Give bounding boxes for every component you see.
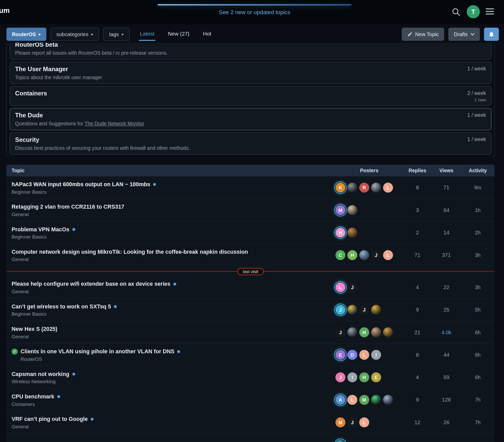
- topic-title[interactable]: Capsman not working: [12, 371, 69, 377]
- tags-dropdown[interactable]: tags ▸: [103, 28, 130, 41]
- poster-avatar[interactable]: L: [383, 250, 393, 260]
- topic-title[interactable]: Problema VPN MacOs: [12, 226, 69, 233]
- poster-avatar[interactable]: [371, 305, 381, 315]
- subcategory-description-link[interactable]: The Dude Network Monitor: [85, 121, 144, 126]
- poster-avatar[interactable]: L: [336, 282, 346, 292]
- poster-avatar[interactable]: [347, 205, 357, 215]
- poster-avatar[interactable]: H: [336, 228, 346, 238]
- unread-indicator[interactable]: [57, 395, 60, 398]
- poster-avatar[interactable]: C: [336, 250, 346, 260]
- unread-indicator[interactable]: [72, 373, 75, 375]
- topic-title[interactable]: CPU benchmark: [12, 393, 54, 400]
- poster-avatar[interactable]: J: [336, 372, 346, 382]
- poster-avatar[interactable]: K: [336, 183, 346, 193]
- subcategory-title[interactable]: RouterOS beta: [15, 43, 168, 49]
- tab-hot[interactable]: Hot: [202, 28, 212, 41]
- poster-avatar[interactable]: H: [359, 372, 369, 382]
- new-topics-banner-link[interactable]: See 2 new or updated topics: [158, 9, 352, 16]
- poster-avatar[interactable]: M: [336, 417, 346, 427]
- poster-avatar[interactable]: L: [359, 417, 369, 427]
- poster-avatar[interactable]: D: [347, 350, 357, 360]
- subcategory-title[interactable]: The User Manager: [15, 65, 102, 73]
- user-avatar[interactable]: T: [467, 5, 480, 18]
- poster-avatar[interactable]: E: [371, 372, 381, 382]
- category-dropdown[interactable]: RouterOS ▸: [6, 28, 46, 41]
- poster-avatar[interactable]: J: [336, 327, 346, 337]
- topic-category[interactable]: General: [12, 211, 329, 217]
- topic-category[interactable]: General: [12, 289, 329, 294]
- poster-avatar[interactable]: [371, 183, 381, 193]
- poster-avatar[interactable]: J: [371, 250, 381, 260]
- hamburger-menu-icon[interactable]: [486, 8, 494, 14]
- topic-title[interactable]: Computer network design using MikroTik: …: [12, 248, 248, 255]
- header-replies[interactable]: Replies: [403, 168, 432, 173]
- poster-avatar[interactable]: H: [347, 250, 357, 260]
- topic-category[interactable]: Beginner Basics: [12, 311, 329, 316]
- topic-category[interactable]: Wireless Networking: [12, 379, 329, 384]
- drafts-button[interactable]: Drafts: [449, 28, 480, 41]
- subcategory-title[interactable]: The Dude: [15, 111, 144, 119]
- topic-title[interactable]: Can’t get wireless to work on SXTsq 5: [12, 303, 111, 310]
- subcategory-card[interactable]: SecurityDiscuss best practices of securi…: [10, 133, 491, 155]
- subcategories-dropdown[interactable]: subcategories ▸: [51, 28, 99, 41]
- poster-avatar[interactable]: L: [383, 183, 393, 193]
- topic-title[interactable]: hAPac3 WAN input 600mbs output on LAN ~ …: [12, 181, 150, 187]
- subcategory-title[interactable]: Security: [15, 136, 190, 144]
- poster-avatar[interactable]: J: [359, 305, 369, 315]
- poster-avatar[interactable]: [347, 228, 357, 238]
- unread-indicator[interactable]: [72, 228, 75, 231]
- poster-avatar[interactable]: [383, 327, 393, 337]
- unread-indicator[interactable]: [177, 350, 180, 353]
- poster-avatar[interactable]: J: [347, 417, 357, 427]
- poster-avatar[interactable]: A: [336, 395, 346, 405]
- topic-title[interactable]: New Hex S (2025): [12, 325, 57, 332]
- tab-new-27[interactable]: New (27): [167, 28, 190, 41]
- poster-avatar[interactable]: [359, 250, 369, 260]
- poster-avatar[interactable]: M: [336, 205, 346, 215]
- topic-category[interactable]: General: [12, 256, 329, 262]
- search-icon[interactable]: [452, 7, 461, 17]
- poster-avatar[interactable]: E: [336, 350, 346, 360]
- topic-category[interactable]: Containers: [12, 401, 329, 407]
- unread-indicator[interactable]: [114, 305, 117, 308]
- unread-indicator[interactable]: [153, 183, 156, 186]
- topic-title[interactable]: Please help configure wifi extender base…: [12, 281, 170, 287]
- poster-avatar[interactable]: I: [347, 372, 357, 382]
- poster-avatar[interactable]: M: [359, 395, 369, 405]
- topic-title[interactable]: VRF can’t ping out to Google: [12, 416, 88, 422]
- tab-latest[interactable]: Latest: [139, 28, 156, 41]
- unread-indicator[interactable]: [91, 418, 93, 420]
- topic-category[interactable]: General: [12, 424, 329, 429]
- new-topic-button[interactable]: New Topic: [402, 28, 444, 41]
- subcategory-card[interactable]: Containers2 / week1 new: [10, 86, 491, 106]
- topic-category[interactable]: RouterOS: [21, 356, 329, 362]
- topic-category[interactable]: General: [12, 334, 329, 339]
- poster-avatar[interactable]: [383, 395, 393, 405]
- subcategory-card[interactable]: RouterOS betaPlease report all issues wi…: [10, 43, 491, 60]
- unread-indicator[interactable]: [173, 282, 176, 285]
- subcategory-title[interactable]: Containers: [15, 89, 47, 98]
- topic-category[interactable]: Beginner Basics: [12, 189, 329, 194]
- notifications-button[interactable]: [484, 28, 499, 41]
- poster-avatar[interactable]: I: [371, 350, 381, 360]
- poster-avatar[interactable]: [336, 440, 346, 442]
- poster-avatar[interactable]: R: [359, 183, 369, 193]
- header-views[interactable]: Views: [432, 168, 461, 173]
- poster-avatar[interactable]: [347, 327, 357, 337]
- subcategory-card[interactable]: The DudeQuestions and Suggestions for Th…: [10, 108, 491, 130]
- header-activity[interactable]: Activity: [461, 168, 495, 173]
- site-logo-fragment[interactable]: um: [0, 6, 10, 15]
- topic-category[interactable]: Beginner Basics: [12, 234, 329, 239]
- poster-avatar[interactable]: L: [359, 350, 369, 360]
- topic-title[interactable]: Retagging 2 vlan from CCR2116 to CRS317: [12, 203, 124, 210]
- poster-avatar[interactable]: [371, 395, 381, 405]
- topic-title[interactable]: Clients in one VLAN using pihole in anot…: [21, 348, 175, 355]
- subcategory-card[interactable]: The User ManagerTopics about the mikroti…: [10, 62, 491, 84]
- poster-avatar[interactable]: J: [336, 305, 346, 315]
- poster-avatar[interactable]: H: [359, 327, 369, 337]
- poster-avatar[interactable]: J: [347, 282, 357, 292]
- poster-avatar[interactable]: [371, 327, 381, 337]
- poster-avatar[interactable]: [347, 183, 357, 193]
- poster-avatar[interactable]: L: [347, 395, 357, 405]
- poster-avatar[interactable]: [347, 305, 357, 315]
